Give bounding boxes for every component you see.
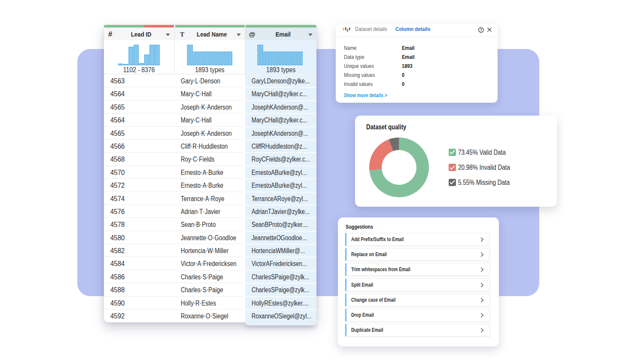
svg-text:?: ?	[480, 28, 482, 32]
